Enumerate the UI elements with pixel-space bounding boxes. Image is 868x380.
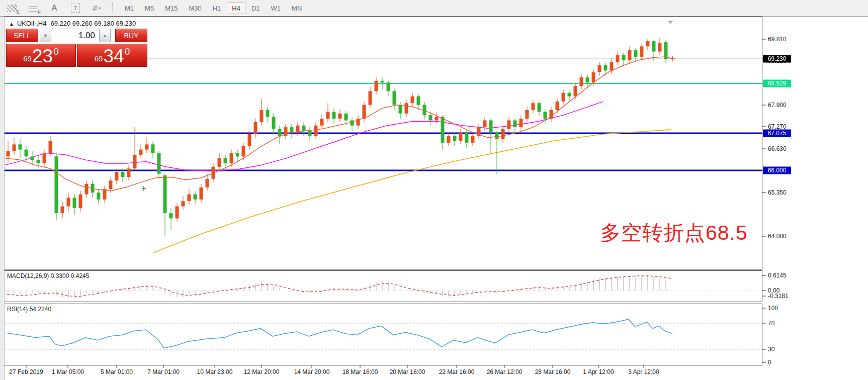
rsi-axis-label: 0 <box>768 359 771 366</box>
sell-price-pips: 23 <box>32 47 53 65</box>
timeframe-button-H1[interactable]: H1 <box>208 3 226 14</box>
price-axis-label: 66.630 <box>768 145 787 152</box>
arrange-objects-icon[interactable]: ⇵ ▾ <box>90 2 104 14</box>
time-axis-label: 12 Mar 20:00 <box>244 368 280 375</box>
time-axis-label: 20 Mar 16:00 <box>390 368 425 375</box>
timeframe-button-M15[interactable]: M15 <box>160 3 183 14</box>
timeframe-button-M30[interactable]: M30 <box>184 3 206 14</box>
ohlc-values: 69.220 69.260 69.180 69.230 <box>50 20 136 27</box>
symbol-label: UKOil-,H4 <box>17 20 47 27</box>
volume-decrease-button[interactable]: ▼ <box>40 29 51 42</box>
price-badge: 68.529 <box>763 80 791 87</box>
time-axis-label: 27 Feb 2019 <box>9 368 43 375</box>
timeframe-button-M5[interactable]: M5 <box>140 3 159 14</box>
volume-input[interactable]: 1.00 <box>51 29 99 42</box>
sell-price-point: 0 <box>53 46 59 57</box>
indicator-hatch-e-icon[interactable]: E <box>5 2 19 14</box>
buy-price-pips: 34 <box>103 47 124 65</box>
price-badge: 66.000 <box>763 167 791 174</box>
chart-title: ▲UKOil-,H469.220 69.260 69.180 69.230 <box>9 20 136 27</box>
time-axis-label: 18 Mar 16:00 <box>342 368 378 375</box>
price-badge: 67.075 <box>763 130 791 137</box>
price-axis-label: 67.900 <box>768 102 787 109</box>
buy-price-panel[interactable]: 69 34 0 <box>77 44 147 67</box>
sell-button[interactable]: SELL <box>6 29 38 42</box>
time-axis-label: 26 Mar 12:00 <box>487 368 523 375</box>
volume-increase-button[interactable]: ▲ <box>99 29 111 42</box>
collapse-arrow-icon[interactable]: ▲ <box>9 21 14 27</box>
timeframe-button-D1[interactable]: D1 <box>246 3 265 14</box>
price-axis-label: 65.350 <box>768 189 787 196</box>
price-axis-label: 69.810 <box>768 36 787 43</box>
timeframe-button-H4[interactable]: H4 <box>227 3 245 14</box>
price-axis-label: 64.080 <box>768 233 787 240</box>
time-axis-label: 14 Mar 20:00 <box>294 368 330 375</box>
buy-price-point: 0 <box>125 46 130 57</box>
time-axis-label: 22 Mar 16:00 <box>439 368 475 375</box>
indicator-dots-f-icon[interactable]: F <box>26 2 40 14</box>
macd-axis-label: -0.3181 <box>768 293 789 300</box>
timeframe-button-W1[interactable]: W1 <box>266 3 286 14</box>
macd-panel[interactable] <box>4 270 762 302</box>
timeframe-button-MN[interactable]: MN <box>287 3 307 14</box>
time-axis-label: 10 Mar 23:00 <box>197 368 233 375</box>
time-axis-label: 1 Apr 12:00 <box>583 368 614 375</box>
window-left-edge <box>0 16 5 380</box>
time-axis-label: 3 Apr 12:00 <box>628 368 659 375</box>
sell-price-major: 69 <box>23 54 32 63</box>
rsi-axis-label: 30 <box>768 346 774 353</box>
price-badge: 69.230 <box>763 55 791 63</box>
one-click-trade-widget: SELL ▼ 1.00 ▲ BUY 69 23 0 69 34 0 <box>6 29 148 67</box>
text-label-icon[interactable]: A <box>47 2 61 14</box>
macd-indicator-label: MACD(12,26,9) 0.3300 0.4245 <box>7 272 89 279</box>
rsi-axis-label: 100 <box>768 305 778 312</box>
buy-price-major: 69 <box>95 54 103 63</box>
sell-price-panel[interactable]: 69 23 0 <box>6 44 76 67</box>
rsi-indicator-label: RSI(14) 54.2240 <box>7 306 51 313</box>
timeframe-button-M1[interactable]: M1 <box>120 3 139 14</box>
text-box-icon[interactable]: T <box>68 2 82 14</box>
time-axis-label: 1 Mar 05:00 <box>52 368 84 375</box>
toolbar: E F A T ⇵ ▾ M1M5M15M30H1H4D1W1MN <box>0 0 868 17</box>
macd-axis-label: 0.6145 <box>768 272 787 279</box>
time-axis-label: 7 Mar 01:00 <box>147 368 180 375</box>
rsi-axis-label: 70 <box>768 320 774 327</box>
time-axis-label: 5 Mar 01:00 <box>101 368 133 375</box>
chart-text-annotation[interactable]: 多空转折点68.5 <box>600 219 748 247</box>
buy-button[interactable]: BUY <box>115 29 147 42</box>
chevron-down-icon: ▾ <box>99 6 101 11</box>
toolbar-drag-handle[interactable] <box>112 3 115 13</box>
timeframe-buttons: M1M5M15M30H1H4D1W1MN <box>119 3 307 14</box>
time-axis-label: 28 Mar 16:00 <box>535 368 571 375</box>
toolbar-icon-group: E F A T ⇵ ▾ <box>0 2 104 14</box>
rsi-panel[interactable] <box>4 304 762 365</box>
